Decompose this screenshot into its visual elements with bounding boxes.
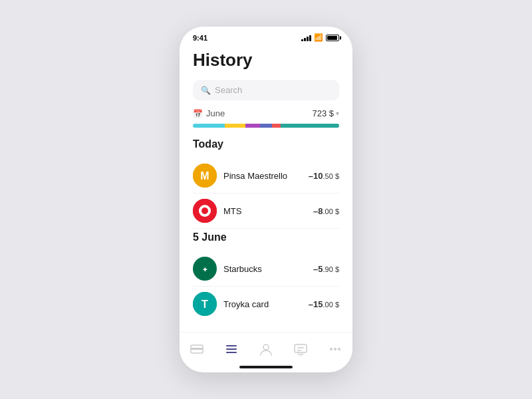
spending-bar xyxy=(193,124,339,128)
bottom-nav xyxy=(180,332,352,363)
nav-history[interactable] xyxy=(217,339,245,359)
month-label: June xyxy=(206,108,225,118)
amount-main: –10 xyxy=(309,171,323,181)
svg-rect-11 xyxy=(226,345,237,346)
amount-main: –8 xyxy=(313,206,323,216)
svg-rect-12 xyxy=(226,348,237,350)
search-icon: 🔍 xyxy=(201,86,211,95)
amount-decimal: .90 $ xyxy=(323,265,339,273)
page-title: History xyxy=(193,50,339,70)
transaction-amount: –5.90 $ xyxy=(313,264,339,274)
transaction-logo: T xyxy=(193,292,217,316)
transaction-item[interactable]: M Pinsa Maestrello–10.50 $ xyxy=(193,158,339,194)
nav-profile[interactable] xyxy=(252,339,280,359)
section-title: Today xyxy=(193,138,339,150)
bar-segment xyxy=(272,124,281,128)
svg-rect-10 xyxy=(191,348,203,350)
transaction-amount: –8.00 $ xyxy=(313,206,339,216)
calendar-icon: 📅 xyxy=(193,109,203,118)
status-icons: 📶 xyxy=(301,33,339,42)
month-left: 📅 June xyxy=(193,108,225,118)
bar-segment xyxy=(225,124,245,128)
phone-frame: 9:41 📶 History 🔍 Search 📅 xyxy=(180,27,352,372)
transactions-container: Today M Pinsa Maestrello–10.50 $ MTS–8.0… xyxy=(193,138,339,321)
transaction-name: Pinsa Maestrello xyxy=(223,171,309,181)
bar-segment xyxy=(260,124,272,128)
bar-segment xyxy=(281,124,339,128)
svg-point-14 xyxy=(263,344,269,350)
signal-icon xyxy=(301,35,311,41)
transaction-item[interactable]: MTS–8.00 $ xyxy=(193,194,339,229)
amount-main: –5 xyxy=(313,264,323,274)
transaction-name: MTS xyxy=(223,206,313,216)
svg-point-4 xyxy=(201,207,208,214)
status-time: 9:41 xyxy=(193,34,207,42)
transaction-logo: M xyxy=(193,164,217,188)
amount-decimal: .00 $ xyxy=(323,301,339,309)
svg-point-18 xyxy=(330,348,332,350)
month-amount: 723 $ ▾ xyxy=(312,108,339,118)
chevron-down-icon: ▾ xyxy=(336,110,339,117)
wifi-icon: 📶 xyxy=(314,33,323,42)
svg-rect-13 xyxy=(226,352,237,353)
amount-decimal: .00 $ xyxy=(323,207,339,215)
month-row[interactable]: 📅 June 723 $ ▾ xyxy=(193,108,339,118)
search-bar[interactable]: 🔍 Search xyxy=(193,80,339,100)
svg-text:✦: ✦ xyxy=(202,266,208,273)
bar-segment xyxy=(193,124,225,128)
home-indicator xyxy=(239,366,293,368)
svg-text:T: T xyxy=(201,299,208,310)
svg-text:M: M xyxy=(200,170,209,182)
transaction-name: Troyka card xyxy=(223,299,309,309)
battery-icon xyxy=(326,35,339,41)
transaction-amount: –10.50 $ xyxy=(309,171,339,181)
transaction-name: Starbucks xyxy=(223,264,313,274)
svg-point-19 xyxy=(334,348,336,350)
transaction-item[interactable]: T Troyka card–15.00 $ xyxy=(193,287,339,321)
svg-rect-15 xyxy=(295,344,307,352)
transaction-item[interactable]: ✦ Starbucks–5.90 $ xyxy=(193,251,339,287)
transaction-amount: –15.00 $ xyxy=(309,299,339,309)
section-title: 5 June xyxy=(193,231,339,243)
transaction-logo xyxy=(193,199,217,223)
status-bar: 9:41 📶 xyxy=(180,27,352,45)
nav-messages[interactable] xyxy=(287,339,315,359)
search-placeholder: Search xyxy=(215,85,242,95)
nav-card[interactable] xyxy=(183,339,211,359)
amount-decimal: .50 $ xyxy=(323,172,339,180)
amount-main: –15 xyxy=(309,299,323,309)
transaction-logo: ✦ xyxy=(193,257,217,281)
svg-point-20 xyxy=(338,348,340,350)
nav-more[interactable] xyxy=(321,339,349,359)
bar-segment xyxy=(245,124,260,128)
main-content: History 🔍 Search 📅 June 723 $ ▾ Today M … xyxy=(180,45,352,332)
